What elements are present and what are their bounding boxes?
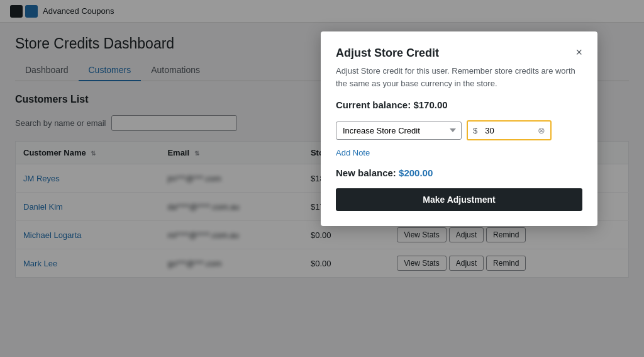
current-balance-label: Current balance:	[336, 99, 411, 110]
modal-close-button[interactable]: ×	[575, 47, 582, 58]
amount-input-wrapper: $ ⊗	[467, 120, 552, 140]
add-note-link[interactable]: Add Note	[336, 148, 582, 157]
make-adjustment-button[interactable]: Make Adjustment	[336, 188, 582, 211]
current-balance-value: $170.00	[413, 99, 447, 110]
action-select[interactable]: Increase Store Credit Decrease Store Cre…	[336, 122, 462, 140]
adjustment-row: Increase Store Credit Decrease Store Cre…	[336, 120, 582, 140]
modal-title: Adjust Store Credit	[336, 47, 439, 60]
amount-input[interactable]	[482, 122, 533, 139]
new-balance-value: $200.00	[399, 167, 433, 178]
adjust-store-credit-modal: Adjust Store Credit × Adjust Store credi…	[321, 31, 597, 226]
current-balance: Current balance: $170.00	[336, 99, 582, 110]
new-balance-label: New balance:	[336, 167, 396, 178]
clear-amount-icon[interactable]: ⊗	[533, 122, 550, 139]
new-balance: New balance: $200.00	[336, 167, 582, 178]
dollar-symbol: $	[468, 122, 482, 139]
modal-header: Adjust Store Credit ×	[336, 47, 582, 60]
modal-description: Adjust Store credit for this user. Remem…	[336, 65, 582, 89]
